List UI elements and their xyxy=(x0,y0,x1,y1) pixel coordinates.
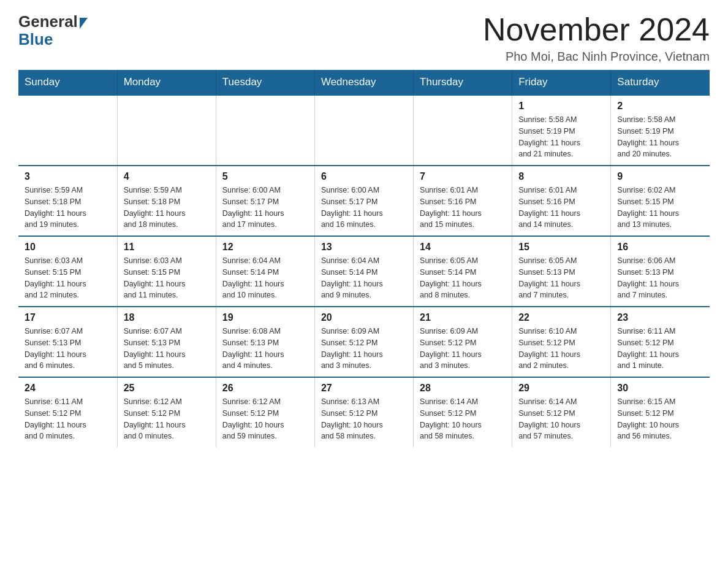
weekday-header-saturday: Saturday xyxy=(611,70,710,95)
day-info: Sunrise: 6:05 AM Sunset: 5:14 PM Dayligh… xyxy=(420,255,506,301)
day-info: Sunrise: 6:12 AM Sunset: 5:12 PM Dayligh… xyxy=(222,396,308,442)
day-number: 13 xyxy=(321,242,407,253)
day-info: Sunrise: 6:11 AM Sunset: 5:12 PM Dayligh… xyxy=(25,396,111,442)
day-info: Sunrise: 6:00 AM Sunset: 5:17 PM Dayligh… xyxy=(222,185,308,231)
calendar-header: SundayMondayTuesdayWednesdayThursdayFrid… xyxy=(18,70,710,95)
day-info: Sunrise: 5:58 AM Sunset: 5:19 PM Dayligh… xyxy=(518,114,604,160)
calendar-cell xyxy=(117,95,216,166)
day-number: 27 xyxy=(321,383,407,394)
day-info: Sunrise: 6:10 AM Sunset: 5:12 PM Dayligh… xyxy=(518,326,604,372)
day-number: 23 xyxy=(617,312,703,323)
weekday-header-monday: Monday xyxy=(117,70,216,95)
day-number: 6 xyxy=(321,171,407,182)
day-number: 26 xyxy=(222,383,308,394)
day-number: 5 xyxy=(222,171,308,182)
day-info: Sunrise: 6:12 AM Sunset: 5:12 PM Dayligh… xyxy=(124,396,210,442)
calendar-cell: 29Sunrise: 6:14 AM Sunset: 5:12 PM Dayli… xyxy=(512,377,611,447)
calendar-cell: 12Sunrise: 6:04 AM Sunset: 5:14 PM Dayli… xyxy=(216,236,314,307)
day-number: 25 xyxy=(124,383,210,394)
day-number: 17 xyxy=(25,312,111,323)
calendar-cell: 9Sunrise: 6:02 AM Sunset: 5:15 PM Daylig… xyxy=(611,166,710,236)
logo-blue-text: Blue xyxy=(18,30,53,49)
day-info: Sunrise: 6:03 AM Sunset: 5:15 PM Dayligh… xyxy=(25,255,111,301)
day-info: Sunrise: 5:58 AM Sunset: 5:19 PM Dayligh… xyxy=(617,114,703,160)
calendar-cell: 30Sunrise: 6:15 AM Sunset: 5:12 PM Dayli… xyxy=(611,377,710,447)
day-info: Sunrise: 6:11 AM Sunset: 5:12 PM Dayligh… xyxy=(617,326,703,372)
calendar-cell xyxy=(18,95,117,166)
day-info: Sunrise: 6:01 AM Sunset: 5:16 PM Dayligh… xyxy=(420,185,506,231)
day-number: 4 xyxy=(124,171,210,182)
day-number: 29 xyxy=(518,383,604,394)
day-number: 10 xyxy=(25,242,111,253)
calendar-week-row: 1Sunrise: 5:58 AM Sunset: 5:19 PM Daylig… xyxy=(18,95,710,166)
calendar-cell: 17Sunrise: 6:07 AM Sunset: 5:13 PM Dayli… xyxy=(18,307,117,377)
weekday-header-wednesday: Wednesday xyxy=(314,70,413,95)
calendar-title: November 2024 xyxy=(483,12,710,47)
day-info: Sunrise: 6:04 AM Sunset: 5:14 PM Dayligh… xyxy=(222,255,308,301)
day-info: Sunrise: 6:14 AM Sunset: 5:12 PM Dayligh… xyxy=(420,396,506,442)
logo-general-text: General xyxy=(18,12,78,31)
calendar-cell: 13Sunrise: 6:04 AM Sunset: 5:14 PM Dayli… xyxy=(314,236,413,307)
calendar-cell: 22Sunrise: 6:10 AM Sunset: 5:12 PM Dayli… xyxy=(512,307,611,377)
calendar-week-row: 10Sunrise: 6:03 AM Sunset: 5:15 PM Dayli… xyxy=(18,236,710,307)
day-number: 18 xyxy=(124,312,210,323)
day-info: Sunrise: 6:08 AM Sunset: 5:13 PM Dayligh… xyxy=(222,326,308,372)
day-number: 2 xyxy=(617,101,703,112)
day-number: 8 xyxy=(518,171,604,182)
weekday-header-thursday: Thursday xyxy=(414,70,512,95)
day-number: 14 xyxy=(420,242,506,253)
weekday-header-friday: Friday xyxy=(512,70,611,95)
calendar-cell xyxy=(414,95,512,166)
day-info: Sunrise: 6:13 AM Sunset: 5:12 PM Dayligh… xyxy=(321,396,407,442)
calendar-cell: 5Sunrise: 6:00 AM Sunset: 5:17 PM Daylig… xyxy=(216,166,314,236)
day-number: 19 xyxy=(222,312,308,323)
day-number: 28 xyxy=(420,383,506,394)
calendar-cell: 27Sunrise: 6:13 AM Sunset: 5:12 PM Dayli… xyxy=(314,377,413,447)
day-number: 15 xyxy=(518,242,604,253)
day-info: Sunrise: 6:02 AM Sunset: 5:15 PM Dayligh… xyxy=(617,185,703,231)
calendar-cell xyxy=(314,95,413,166)
day-info: Sunrise: 6:09 AM Sunset: 5:12 PM Dayligh… xyxy=(420,326,506,372)
logo: General Blue xyxy=(18,12,88,49)
calendar-cell: 16Sunrise: 6:06 AM Sunset: 5:13 PM Dayli… xyxy=(611,236,710,307)
weekday-row: SundayMondayTuesdayWednesdayThursdayFrid… xyxy=(18,70,710,95)
calendar-cell xyxy=(216,95,314,166)
day-info: Sunrise: 6:06 AM Sunset: 5:13 PM Dayligh… xyxy=(617,255,703,301)
day-number: 24 xyxy=(25,383,111,394)
calendar-cell: 8Sunrise: 6:01 AM Sunset: 5:16 PM Daylig… xyxy=(512,166,611,236)
calendar-cell: 14Sunrise: 6:05 AM Sunset: 5:14 PM Dayli… xyxy=(414,236,512,307)
calendar-week-row: 3Sunrise: 5:59 AM Sunset: 5:18 PM Daylig… xyxy=(18,166,710,236)
weekday-header-sunday: Sunday xyxy=(18,70,117,95)
logo-triangle-icon xyxy=(80,18,88,29)
calendar-cell: 6Sunrise: 6:00 AM Sunset: 5:17 PM Daylig… xyxy=(314,166,413,236)
calendar-week-row: 17Sunrise: 6:07 AM Sunset: 5:13 PM Dayli… xyxy=(18,307,710,377)
calendar-cell: 26Sunrise: 6:12 AM Sunset: 5:12 PM Dayli… xyxy=(216,377,314,447)
calendar-cell: 2Sunrise: 5:58 AM Sunset: 5:19 PM Daylig… xyxy=(611,95,710,166)
calendar-cell: 1Sunrise: 5:58 AM Sunset: 5:19 PM Daylig… xyxy=(512,95,611,166)
calendar-cell: 15Sunrise: 6:05 AM Sunset: 5:13 PM Dayli… xyxy=(512,236,611,307)
weekday-header-tuesday: Tuesday xyxy=(216,70,314,95)
day-number: 21 xyxy=(420,312,506,323)
day-info: Sunrise: 5:59 AM Sunset: 5:18 PM Dayligh… xyxy=(25,185,111,231)
day-number: 9 xyxy=(617,171,703,182)
calendar-body: 1Sunrise: 5:58 AM Sunset: 5:19 PM Daylig… xyxy=(18,95,710,447)
day-info: Sunrise: 6:03 AM Sunset: 5:15 PM Dayligh… xyxy=(124,255,210,301)
calendar-subtitle: Pho Moi, Bac Ninh Province, Vietnam xyxy=(483,50,710,64)
calendar-cell: 23Sunrise: 6:11 AM Sunset: 5:12 PM Dayli… xyxy=(611,307,710,377)
calendar-cell: 24Sunrise: 6:11 AM Sunset: 5:12 PM Dayli… xyxy=(18,377,117,447)
day-info: Sunrise: 6:15 AM Sunset: 5:12 PM Dayligh… xyxy=(617,396,703,442)
day-number: 11 xyxy=(124,242,210,253)
calendar-cell: 7Sunrise: 6:01 AM Sunset: 5:16 PM Daylig… xyxy=(414,166,512,236)
page-header: General Blue November 2024 Pho Moi, Bac … xyxy=(18,12,710,64)
calendar-cell: 3Sunrise: 5:59 AM Sunset: 5:18 PM Daylig… xyxy=(18,166,117,236)
day-number: 22 xyxy=(518,312,604,323)
day-info: Sunrise: 6:14 AM Sunset: 5:12 PM Dayligh… xyxy=(518,396,604,442)
day-info: Sunrise: 6:09 AM Sunset: 5:12 PM Dayligh… xyxy=(321,326,407,372)
day-number: 7 xyxy=(420,171,506,182)
day-number: 3 xyxy=(25,171,111,182)
calendar-cell: 19Sunrise: 6:08 AM Sunset: 5:13 PM Dayli… xyxy=(216,307,314,377)
title-section: November 2024 Pho Moi, Bac Ninh Province… xyxy=(483,12,710,64)
day-info: Sunrise: 6:07 AM Sunset: 5:13 PM Dayligh… xyxy=(124,326,210,372)
calendar-week-row: 24Sunrise: 6:11 AM Sunset: 5:12 PM Dayli… xyxy=(18,377,710,447)
day-info: Sunrise: 6:01 AM Sunset: 5:16 PM Dayligh… xyxy=(518,185,604,231)
